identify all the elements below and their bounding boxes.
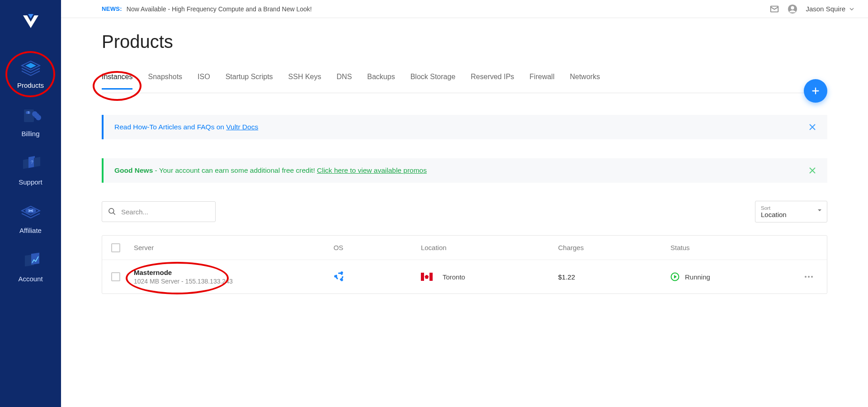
col-charges: Charges bbox=[558, 244, 670, 251]
ubuntu-icon bbox=[334, 270, 345, 282]
sidebar-item-label: Billing bbox=[21, 130, 39, 137]
main: Products Instances Snapshots ISO Startup… bbox=[61, 18, 868, 312]
banner-promo-link[interactable]: Click here to view available promos bbox=[317, 166, 427, 174]
svg-text:$: $ bbox=[28, 111, 29, 114]
close-icon bbox=[808, 166, 816, 175]
svg-point-16 bbox=[336, 273, 343, 279]
tab-block-storage[interactable]: Block Storage bbox=[410, 73, 456, 89]
billing-icon: $ bbox=[19, 104, 42, 127]
sort-value: Location bbox=[761, 211, 821, 218]
banner-docs-text: Read How-To Articles and FAQs on bbox=[114, 123, 226, 131]
support-icon: ? bbox=[19, 152, 42, 175]
sort-label: Sort bbox=[761, 205, 821, 211]
news-tag: NEWS: bbox=[102, 5, 122, 12]
flag-canada-icon bbox=[421, 273, 433, 281]
sidebar-item-billing[interactable]: $ Billing bbox=[0, 97, 61, 146]
plus-icon bbox=[811, 86, 821, 96]
search-icon bbox=[108, 207, 117, 216]
search-input[interactable] bbox=[121, 208, 210, 216]
svg-point-21 bbox=[805, 276, 807, 278]
tab-ssh-keys[interactable]: SSH Keys bbox=[288, 73, 321, 89]
banner-promo-text: - Your account can earn some additional … bbox=[153, 166, 317, 174]
sidebar-item-label: Products bbox=[17, 81, 44, 89]
banner-docs-link[interactable]: Vultr Docs bbox=[226, 123, 258, 131]
sidebar-item-label: Affiliate bbox=[19, 227, 42, 234]
svg-point-23 bbox=[811, 276, 813, 278]
brand-logo bbox=[22, 13, 40, 31]
sidebar-item-label: Account bbox=[18, 275, 42, 283]
tab-firewall[interactable]: Firewall bbox=[529, 73, 554, 89]
sort-select[interactable]: Sort Location bbox=[755, 201, 827, 222]
svg-point-22 bbox=[808, 276, 810, 278]
col-location: Location bbox=[421, 244, 558, 251]
tab-snapshots[interactable]: Snapshots bbox=[148, 73, 182, 89]
location-text: Toronto bbox=[443, 273, 465, 281]
svg-rect-8 bbox=[34, 157, 40, 167]
user-name-label: Jason Squire bbox=[806, 5, 845, 13]
tab-startup-scripts[interactable]: Startup Scripts bbox=[226, 73, 273, 89]
sidebar: Products $ Billing ? Support bbox=[0, 0, 61, 312]
svg-point-19 bbox=[340, 279, 343, 281]
svg-point-14 bbox=[791, 6, 794, 9]
topbar: NEWS: Now Available - High Frequency Com… bbox=[61, 0, 868, 18]
banner-docs: Read How-To Articles and FAQs on Vultr D… bbox=[102, 115, 827, 139]
charges-text: $1.22 bbox=[558, 273, 670, 281]
instances-table: Server OS Location Charges Status Master… bbox=[102, 235, 827, 294]
sidebar-item-account[interactable]: Account bbox=[0, 242, 61, 291]
sidebar-item-affiliate[interactable]: Affiliate bbox=[0, 194, 61, 242]
col-status: Status bbox=[670, 244, 795, 251]
tab-reserved-ips[interactable]: Reserved IPs bbox=[471, 73, 514, 89]
affiliate-icon bbox=[19, 200, 42, 224]
banner-promo: Good News - Your account can earn some a… bbox=[102, 158, 827, 183]
tab-bar: Instances Snapshots ISO Startup Scripts … bbox=[102, 73, 600, 89]
page-title: Products bbox=[102, 32, 827, 52]
account-icon bbox=[19, 249, 42, 272]
instance-name: Masternode bbox=[134, 269, 334, 276]
svg-point-18 bbox=[340, 271, 343, 274]
sidebar-item-products[interactable]: Products bbox=[0, 49, 61, 97]
row-checkbox[interactable] bbox=[111, 272, 120, 281]
mail-icon[interactable] bbox=[769, 4, 779, 14]
col-server: Server bbox=[134, 244, 334, 251]
tab-networks[interactable]: Networks bbox=[570, 73, 600, 89]
os-cell bbox=[334, 270, 421, 284]
banner-promo-strong: Good News bbox=[114, 166, 153, 174]
tab-backups[interactable]: Backups bbox=[367, 73, 395, 89]
select-all-checkbox[interactable] bbox=[111, 243, 120, 252]
svg-point-15 bbox=[109, 208, 114, 213]
banner-docs-close[interactable] bbox=[808, 123, 816, 131]
table-row[interactable]: Masternode 1024 MB Server - 155.138.133.… bbox=[102, 260, 827, 293]
user-menu[interactable]: Jason Squire bbox=[806, 5, 854, 13]
running-icon bbox=[670, 272, 679, 281]
svg-text:?: ? bbox=[31, 160, 33, 165]
tab-iso[interactable]: ISO bbox=[198, 73, 210, 89]
col-os: OS bbox=[334, 244, 421, 251]
close-icon bbox=[808, 123, 816, 131]
search-box[interactable] bbox=[102, 201, 216, 222]
instance-subtitle: 1024 MB Server - 155.138.133.243 bbox=[134, 278, 334, 285]
sidebar-item-support[interactable]: ? Support bbox=[0, 146, 61, 194]
status-text: Running bbox=[685, 273, 710, 281]
banner-promo-close[interactable] bbox=[808, 166, 816, 175]
more-icon bbox=[804, 275, 814, 279]
tab-instances[interactable]: Instances bbox=[102, 73, 132, 89]
chevron-down-icon bbox=[817, 208, 822, 213]
svg-point-17 bbox=[334, 275, 337, 278]
svg-rect-6 bbox=[23, 159, 29, 169]
sidebar-item-label: Support bbox=[19, 178, 42, 186]
chevron-down-icon bbox=[849, 6, 854, 12]
news-headline[interactable]: Now Available - High Frequency Compute a… bbox=[127, 5, 312, 13]
add-button[interactable] bbox=[804, 79, 827, 103]
tab-dns[interactable]: DNS bbox=[337, 73, 352, 89]
row-actions[interactable] bbox=[795, 275, 822, 279]
svg-point-5 bbox=[36, 115, 41, 120]
products-icon bbox=[19, 55, 42, 79]
avatar-icon[interactable] bbox=[788, 4, 797, 14]
